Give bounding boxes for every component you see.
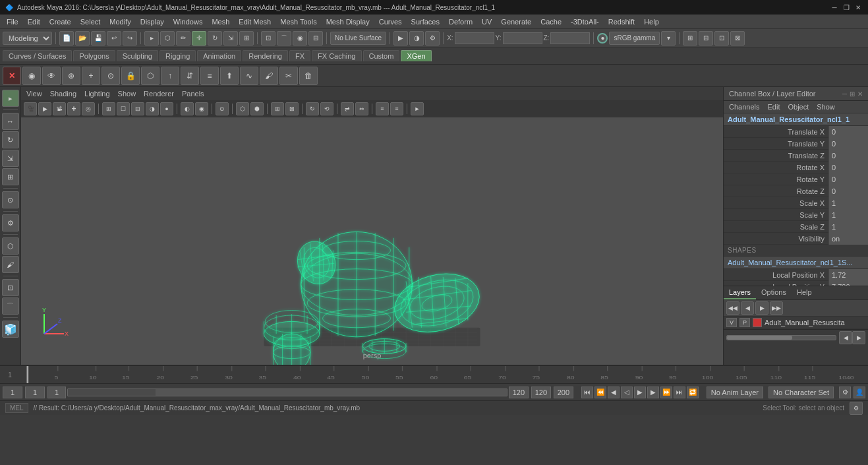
shelf-tab-rigging[interactable]: Rigging	[159, 50, 196, 61]
live-surface-btn[interactable]: No Live Surface	[330, 32, 386, 45]
cb-value-sx[interactable]: 1	[828, 197, 868, 209]
menu-help[interactable]: Help	[640, 16, 663, 27]
lasso-btn[interactable]: ⬡	[160, 31, 175, 46]
layer-btn-fwd-fwd[interactable]: ▶▶	[770, 301, 783, 315]
select-btn[interactable]: ▸	[144, 31, 159, 46]
pb-jump-end-btn[interactable]: ⏭	[674, 387, 685, 398]
color-space-expand-btn[interactable]: ▾	[661, 31, 676, 46]
frame-marker-field[interactable]	[47, 387, 66, 398]
shelf-tab-animation[interactable]: Animation	[197, 50, 241, 61]
current-frame-field[interactable]	[3, 387, 22, 398]
playback-frame-field[interactable]	[25, 387, 45, 398]
shelf-tab-polygons[interactable]: Polygons	[73, 50, 115, 61]
cb-value-tx[interactable]: 0	[828, 126, 868, 138]
minimize-button[interactable]: ─	[830, 3, 839, 12]
cb-value-rx[interactable]: 0	[828, 162, 868, 173]
rt-cam-btn[interactable]: 🎥	[24, 102, 37, 115]
save-btn[interactable]: 💾	[91, 31, 105, 46]
menu-mesh-display[interactable]: Mesh Display	[322, 16, 374, 27]
move-btn[interactable]: ✛	[192, 31, 206, 46]
pb-step-fwd-btn[interactable]: ⏩	[660, 387, 672, 398]
view-cube-btn[interactable]: 🧊	[2, 321, 19, 338]
vp-menu-panels[interactable]: Panels	[179, 90, 207, 98]
rt-aa-btn[interactable]: ⊞	[271, 102, 284, 115]
playback-end-field[interactable]	[531, 387, 551, 398]
z-field[interactable]	[550, 32, 590, 44]
rt-circle-btn[interactable]: ◎	[82, 102, 95, 115]
x-field[interactable]	[455, 32, 494, 44]
layer-scroll-right[interactable]: ▶	[852, 331, 865, 344]
layer-visibility-btn[interactable]: V	[726, 318, 737, 327]
shelf-tab-custom[interactable]: Custom	[363, 50, 400, 61]
shelf-icon-wave[interactable]: ∿	[240, 67, 258, 85]
cb-value-lpy[interactable]: 7.732	[828, 281, 868, 286]
shelf-icon-eye2[interactable]: ⊙	[101, 67, 120, 85]
timeline-track[interactable]: 5 10 15 20 25 30 35 40 45 50 55 60 65 70…	[20, 366, 868, 383]
menu-generate[interactable]: Generate	[497, 16, 535, 27]
layer-tab-layers[interactable]: Layers	[724, 286, 756, 299]
display-settings2-btn[interactable]: ⊟	[699, 31, 713, 46]
menu-redshift[interactable]: Redshift	[604, 16, 639, 27]
layer-color-swatch[interactable]	[753, 318, 762, 327]
y-field[interactable]	[503, 32, 542, 44]
shelf-icon-eye[interactable]: 👁	[42, 67, 61, 85]
layer-btn-fwd[interactable]: ▶	[755, 301, 768, 315]
rt-loop-btn[interactable]: ↻	[306, 102, 319, 115]
cb-menu-object[interactable]: Object	[785, 102, 811, 111]
color-mgmt-btn[interactable]: ●	[597, 33, 608, 44]
max-end-field[interactable]	[554, 387, 573, 398]
menu-uv[interactable]: UV	[478, 16, 496, 27]
pb-play-back-btn[interactable]: ◁	[621, 387, 633, 398]
scale-btn[interactable]: ⇲	[223, 31, 238, 46]
scale-tool-btn[interactable]: ⇲	[2, 150, 19, 167]
viewport[interactable]: View Shading Lighting Show Renderer Pane…	[21, 87, 723, 365]
layer-scroll-left[interactable]: ◀	[839, 331, 852, 344]
rt-wf-btn[interactable]: ⊟	[131, 102, 144, 115]
shelf-tab-fx[interactable]: FX	[289, 50, 310, 61]
layer-tab-options[interactable]: Options	[756, 286, 792, 299]
pb-jump-start-btn[interactable]: ⏮	[581, 387, 593, 398]
display-settings3-btn[interactable]: ⊡	[714, 31, 729, 46]
menu-curves[interactable]: Curves	[375, 16, 406, 27]
rt-shaded2-btn[interactable]: ●	[160, 102, 173, 115]
rotate-btn[interactable]: ↻	[208, 31, 222, 46]
ipr-btn[interactable]: ◑	[409, 31, 424, 46]
mode-selector[interactable]: Modeling	[3, 32, 52, 45]
script-mode-label[interactable]: MEL	[5, 403, 28, 413]
shelf-tab-sculpting[interactable]: Sculpting	[117, 50, 158, 61]
new-file-btn[interactable]: 📄	[59, 31, 74, 46]
cb-value-lpx[interactable]: 1.72	[828, 269, 868, 281]
rt-bake2-btn[interactable]: ⬢	[250, 102, 264, 115]
render-btn[interactable]: ▶	[393, 31, 408, 46]
shelf-icon-layers[interactable]: ≡	[200, 67, 219, 85]
range-end-field[interactable]	[509, 387, 529, 398]
menu-select[interactable]: Select	[76, 16, 105, 27]
cb-value-vis[interactable]: on	[828, 233, 868, 245]
lasso-tool-btn[interactable]: ⬡	[2, 237, 19, 255]
shelf-icon-cube[interactable]: ⬡	[141, 67, 159, 85]
vp-menu-shading[interactable]: Shading	[47, 90, 79, 98]
rotate-tool-btn[interactable]: ↻	[2, 131, 19, 148]
vp-menu-renderer[interactable]: Renderer	[141, 90, 177, 98]
cb-menu-edit[interactable]: Edit	[765, 102, 782, 111]
pb-prev-frame-btn[interactable]: ◀	[608, 387, 620, 398]
shelf-icon-plus-circle[interactable]: ⊕	[62, 67, 80, 85]
restore-button[interactable]: ❐	[842, 3, 851, 12]
menu-3dtoall[interactable]: -3DtoAll-	[567, 16, 603, 27]
rt-hud2-btn[interactable]: ≡	[390, 102, 403, 115]
shelf-icon-arrow-up[interactable]: ↑	[161, 67, 179, 85]
snap-view-btn[interactable]: ⊟	[308, 31, 323, 46]
rt-isolate-btn[interactable]: ⊙	[216, 102, 229, 115]
rt-play-btn[interactable]: ▶	[38, 102, 51, 115]
rs-btn[interactable]: ⚙	[425, 31, 440, 46]
snap-curve-left-btn[interactable]: ⌒	[2, 297, 19, 315]
rt-shaded-btn[interactable]: ◑	[146, 102, 159, 115]
cb-value-sy[interactable]: 1	[828, 209, 868, 221]
color-space-btn[interactable]: sRGB gamma	[609, 32, 660, 45]
status-settings-btn[interactable]: ⚙	[850, 402, 863, 415]
layer-pickable-btn[interactable]: P	[739, 318, 750, 327]
menu-edit-mesh[interactable]: Edit Mesh	[235, 16, 275, 27]
shelf-icon-arrow-vert[interactable]: ⇵	[181, 67, 199, 85]
shelf-icon-move[interactable]: ⬆	[220, 67, 239, 85]
snap-point-btn[interactable]: ◉	[293, 31, 307, 46]
